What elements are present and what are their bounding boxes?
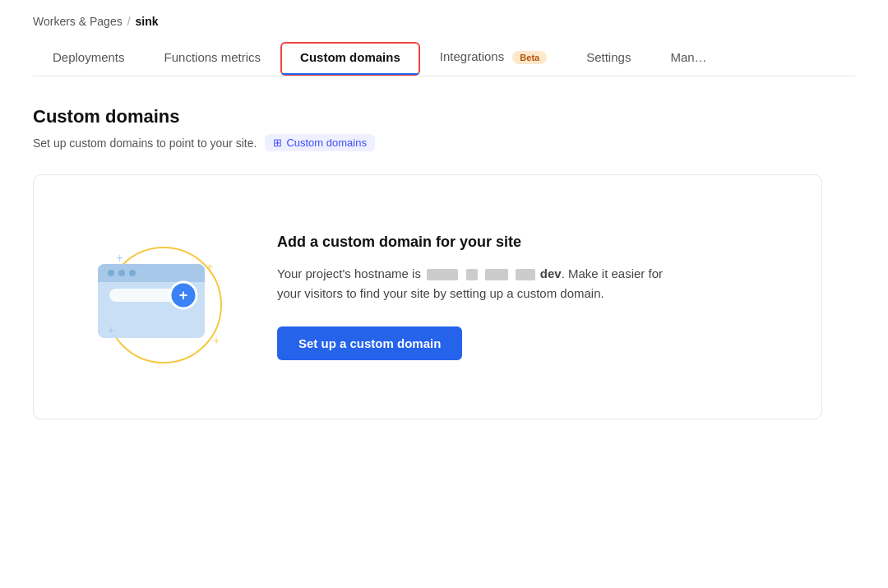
subtitle-text: Set up custom domains to point to your s… <box>33 137 257 150</box>
breadcrumb-separator: / <box>127 15 131 28</box>
card-title: Add a custom domain for your site <box>277 234 782 251</box>
docs-link-icon: ⊞ <box>273 137 282 149</box>
page-title: Custom domains <box>33 106 855 127</box>
breadcrumb-parent[interactable]: Workers & Pages <box>33 15 123 28</box>
page-subtitle: Set up custom domains to point to your s… <box>33 134 855 151</box>
tab-deployments[interactable]: Deployments <box>33 42 145 76</box>
svg-point-4 <box>108 270 114 276</box>
breadcrumb: Workers & Pages / sink <box>33 15 855 28</box>
svg-point-5 <box>118 270 125 276</box>
hostname-blur-3 <box>485 269 508 280</box>
tab-custom-domains[interactable]: Custom domains <box>280 42 420 76</box>
docs-link-button[interactable]: ⊞ Custom domains <box>265 134 375 151</box>
beta-badge: Beta <box>512 51 547 64</box>
tab-integrations[interactable]: Integrations Beta <box>420 41 567 76</box>
hostname-blur-1 <box>427 269 458 280</box>
card-illustration: + + + + + <box>73 215 238 379</box>
breadcrumb-current: sink <box>136 15 159 28</box>
hostname-blur-4 <box>516 269 535 280</box>
hostname-dev: dev <box>540 266 562 280</box>
svg-point-6 <box>129 270 136 276</box>
card-description: Your project's hostname is dev. Make it … <box>277 264 688 303</box>
tab-integrations-label: Integrations <box>440 49 504 63</box>
desc-prefix: Your project's hostname is <box>277 266 421 280</box>
tab-manage[interactable]: Man… <box>650 42 726 76</box>
setup-custom-domain-button[interactable]: Set up a custom domain <box>277 326 462 360</box>
card-body: Add a custom domain for your site Your p… <box>277 234 782 360</box>
tab-functions-metrics[interactable]: Functions metrics <box>145 42 281 76</box>
custom-domains-card: + + + + + Add a custom domain for your s… <box>33 174 822 419</box>
tab-settings[interactable]: Settings <box>567 42 650 76</box>
nav-tabs: Deployments Functions metrics Custom dom… <box>33 41 855 76</box>
svg-text:+: + <box>179 287 188 303</box>
docs-link-label: Custom domains <box>286 137 367 149</box>
svg-text:+: + <box>108 323 114 336</box>
svg-text:+: + <box>206 260 213 273</box>
hostname-blur-2 <box>466 269 478 280</box>
svg-text:+: + <box>116 251 123 265</box>
svg-text:+: + <box>213 334 220 347</box>
